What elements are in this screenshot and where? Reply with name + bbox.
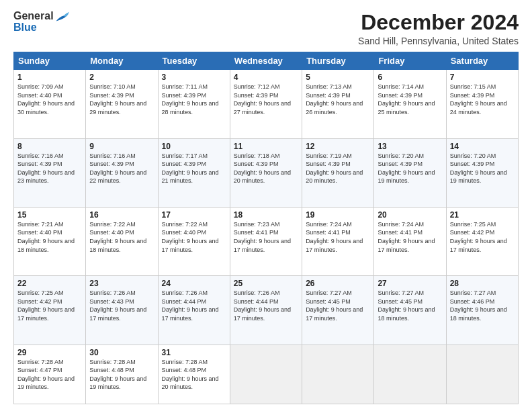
calendar-cell: 23 Sunrise: 7:26 AMSunset: 4:43 PMDaylig…	[86, 276, 158, 345]
calendar-cell: 20 Sunrise: 7:24 AMSunset: 4:41 PMDaylig…	[374, 207, 446, 275]
calendar-cell: 1 Sunrise: 7:09 AMSunset: 4:40 PMDayligh…	[14, 70, 86, 138]
calendar-week-4: 22 Sunrise: 7:25 AMSunset: 4:42 PMDaylig…	[14, 276, 519, 345]
day-number: 14	[450, 142, 515, 151]
month-title: December 2024	[358, 11, 519, 34]
day-info: Sunrise: 7:20 AMSunset: 4:39 PMDaylight:…	[378, 152, 442, 185]
calendar-cell: 24 Sunrise: 7:26 AMSunset: 4:44 PMDaylig…	[158, 276, 230, 345]
calendar-cell	[230, 345, 302, 404]
calendar-cell: 22 Sunrise: 7:25 AMSunset: 4:42 PMDaylig…	[14, 276, 86, 345]
day-number: 17	[162, 210, 226, 220]
day-number: 20	[378, 210, 442, 220]
calendar-week-1: 1 Sunrise: 7:09 AMSunset: 4:40 PMDayligh…	[14, 70, 519, 138]
day-info: Sunrise: 7:12 AMSunset: 4:39 PMDaylight:…	[234, 83, 298, 116]
day-number: 24	[162, 279, 226, 288]
calendar-cell: 14 Sunrise: 7:20 AMSunset: 4:39 PMDaylig…	[446, 138, 518, 207]
title-section: December 2024 Sand Hill, Pennsylvania, U…	[358, 11, 519, 46]
day-number: 26	[306, 279, 370, 288]
day-info: Sunrise: 7:10 AMSunset: 4:39 PMDaylight:…	[89, 83, 154, 116]
calendar-cell	[302, 345, 374, 404]
day-info: Sunrise: 7:17 AMSunset: 4:39 PMDaylight:…	[162, 152, 226, 185]
day-info: Sunrise: 7:21 AMSunset: 4:40 PMDaylight:…	[17, 220, 82, 254]
day-number: 12	[306, 142, 370, 151]
day-number: 30	[89, 348, 154, 357]
day-info: Sunrise: 7:11 AMSunset: 4:39 PMDaylight:…	[162, 83, 226, 116]
day-number: 31	[162, 348, 226, 357]
day-info: Sunrise: 7:28 AMSunset: 4:48 PMDaylight:…	[89, 358, 154, 392]
calendar-cell: 28 Sunrise: 7:27 AMSunset: 4:46 PMDaylig…	[446, 276, 518, 345]
calendar-cell: 11 Sunrise: 7:18 AMSunset: 4:39 PMDaylig…	[230, 138, 302, 207]
calendar-cell: 13 Sunrise: 7:20 AMSunset: 4:39 PMDaylig…	[374, 138, 446, 207]
calendar-cell: 10 Sunrise: 7:17 AMSunset: 4:39 PMDaylig…	[158, 138, 230, 207]
page: General Blue December 2024 Sand Hill, Pe…	[0, 0, 532, 411]
calendar-cell: 5 Sunrise: 7:13 AMSunset: 4:39 PMDayligh…	[302, 70, 374, 138]
day-number: 11	[234, 142, 298, 151]
day-number: 16	[89, 210, 154, 220]
day-info: Sunrise: 7:22 AMSunset: 4:40 PMDaylight:…	[89, 220, 154, 254]
day-info: Sunrise: 7:28 AMSunset: 4:48 PMDaylight:…	[162, 358, 226, 392]
day-info: Sunrise: 7:26 AMSunset: 4:43 PMDaylight:…	[89, 289, 154, 322]
day-info: Sunrise: 7:27 AMSunset: 4:45 PMDaylight:…	[378, 289, 442, 322]
calendar-cell: 18 Sunrise: 7:23 AMSunset: 4:41 PMDaylig…	[230, 207, 302, 275]
calendar-body: 1 Sunrise: 7:09 AMSunset: 4:40 PMDayligh…	[14, 70, 519, 404]
day-number: 25	[234, 279, 298, 288]
calendar-cell: 9 Sunrise: 7:16 AMSunset: 4:39 PMDayligh…	[86, 138, 158, 207]
day-number: 29	[17, 348, 82, 357]
calendar-cell: 12 Sunrise: 7:19 AMSunset: 4:39 PMDaylig…	[302, 138, 374, 207]
calendar-cell: 31 Sunrise: 7:28 AMSunset: 4:48 PMDaylig…	[158, 345, 230, 404]
day-number: 4	[234, 73, 298, 82]
day-info: Sunrise: 7:23 AMSunset: 4:41 PMDaylight:…	[234, 220, 298, 254]
header: General Blue December 2024 Sand Hill, Pe…	[13, 11, 519, 46]
day-info: Sunrise: 7:14 AMSunset: 4:39 PMDaylight:…	[378, 83, 442, 116]
calendar-cell: 25 Sunrise: 7:26 AMSunset: 4:44 PMDaylig…	[230, 276, 302, 345]
calendar-cell: 19 Sunrise: 7:24 AMSunset: 4:41 PMDaylig…	[302, 207, 374, 275]
calendar-cell: 6 Sunrise: 7:14 AMSunset: 4:39 PMDayligh…	[374, 70, 446, 138]
calendar-header-sunday: Sunday	[14, 52, 86, 70]
calendar-week-2: 8 Sunrise: 7:16 AMSunset: 4:39 PMDayligh…	[14, 138, 519, 207]
location: Sand Hill, Pennsylvania, United States	[358, 36, 519, 46]
calendar-cell: 29 Sunrise: 7:28 AMSunset: 4:47 PMDaylig…	[14, 345, 86, 404]
day-info: Sunrise: 7:24 AMSunset: 4:41 PMDaylight:…	[378, 220, 442, 254]
day-info: Sunrise: 7:24 AMSunset: 4:41 PMDaylight:…	[306, 220, 370, 254]
day-number: 1	[17, 73, 82, 82]
calendar-header-wednesday: Wednesday	[230, 52, 302, 70]
calendar-cell: 2 Sunrise: 7:10 AMSunset: 4:39 PMDayligh…	[86, 70, 158, 138]
calendar-week-5: 29 Sunrise: 7:28 AMSunset: 4:47 PMDaylig…	[14, 345, 519, 404]
day-number: 9	[89, 142, 154, 151]
day-number: 3	[162, 73, 226, 82]
day-info: Sunrise: 7:13 AMSunset: 4:39 PMDaylight:…	[306, 83, 370, 116]
day-info: Sunrise: 7:25 AMSunset: 4:42 PMDaylight:…	[450, 220, 515, 254]
calendar-cell: 3 Sunrise: 7:11 AMSunset: 4:39 PMDayligh…	[158, 70, 230, 138]
calendar-cell: 21 Sunrise: 7:25 AMSunset: 4:42 PMDaylig…	[446, 207, 518, 275]
calendar-cell: 15 Sunrise: 7:21 AMSunset: 4:40 PMDaylig…	[14, 207, 86, 275]
day-number: 22	[17, 279, 82, 288]
calendar-cell: 7 Sunrise: 7:15 AMSunset: 4:39 PMDayligh…	[446, 70, 518, 138]
day-info: Sunrise: 7:20 AMSunset: 4:39 PMDaylight:…	[450, 152, 515, 185]
calendar-header-monday: Monday	[86, 52, 158, 70]
day-info: Sunrise: 7:27 AMSunset: 4:46 PMDaylight:…	[450, 289, 515, 322]
day-info: Sunrise: 7:26 AMSunset: 4:44 PMDaylight:…	[234, 289, 298, 322]
day-info: Sunrise: 7:09 AMSunset: 4:40 PMDaylight:…	[17, 83, 82, 116]
day-number: 23	[89, 279, 154, 288]
day-number: 13	[378, 142, 442, 151]
calendar-cell: 8 Sunrise: 7:16 AMSunset: 4:39 PMDayligh…	[14, 138, 86, 207]
day-number: 5	[306, 73, 370, 82]
day-number: 21	[450, 210, 515, 220]
day-number: 18	[234, 210, 298, 220]
day-info: Sunrise: 7:16 AMSunset: 4:39 PMDaylight:…	[17, 152, 82, 185]
calendar-cell	[446, 345, 518, 404]
day-info: Sunrise: 7:15 AMSunset: 4:39 PMDaylight:…	[450, 83, 515, 116]
calendar-week-3: 15 Sunrise: 7:21 AMSunset: 4:40 PMDaylig…	[14, 207, 519, 275]
calendar-cell: 4 Sunrise: 7:12 AMSunset: 4:39 PMDayligh…	[230, 70, 302, 138]
calendar-header-saturday: Saturday	[446, 52, 518, 70]
calendar-cell: 27 Sunrise: 7:27 AMSunset: 4:45 PMDaylig…	[374, 276, 446, 345]
calendar-cell	[374, 345, 446, 404]
day-number: 8	[17, 142, 82, 151]
day-number: 10	[162, 142, 226, 151]
calendar-cell: 26 Sunrise: 7:27 AMSunset: 4:45 PMDaylig…	[302, 276, 374, 345]
day-info: Sunrise: 7:28 AMSunset: 4:47 PMDaylight:…	[17, 358, 82, 392]
day-info: Sunrise: 7:18 AMSunset: 4:39 PMDaylight:…	[234, 152, 298, 185]
calendar-header-friday: Friday	[374, 52, 446, 70]
day-number: 19	[306, 210, 370, 220]
day-info: Sunrise: 7:22 AMSunset: 4:40 PMDaylight:…	[162, 220, 226, 254]
day-number: 7	[450, 73, 515, 82]
